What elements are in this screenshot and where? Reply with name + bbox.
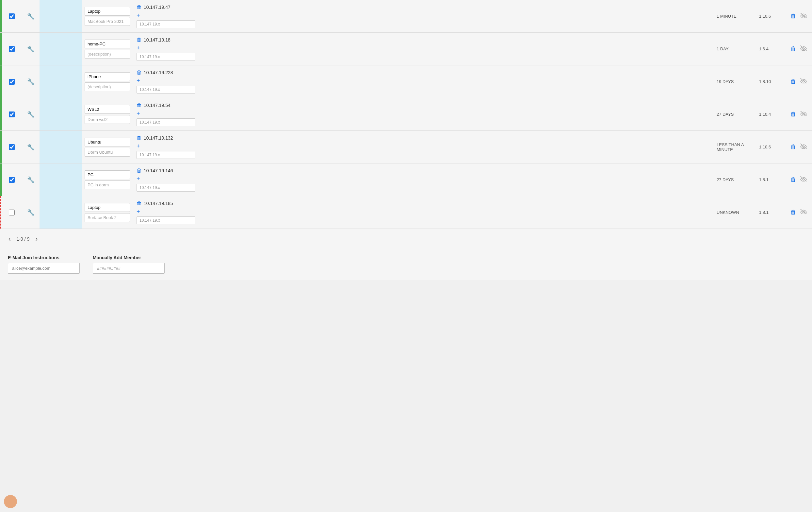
remove-ip-button[interactable]: 🗑 [137, 135, 142, 141]
remove-ip-button[interactable]: 🗑 [137, 37, 142, 43]
ip-address-text: 10.147.19.18 [144, 37, 171, 43]
device-avatar [39, 0, 82, 32]
manual-add-input[interactable] [93, 263, 165, 274]
add-ip-button[interactable]: + [137, 208, 710, 215]
device-info-cell [82, 163, 133, 196]
device-avatar [39, 196, 82, 228]
device-type-input[interactable] [85, 39, 130, 48]
delete-device-button[interactable]: 🗑 [790, 46, 796, 52]
email-join-input[interactable] [8, 263, 80, 274]
delete-device-button[interactable]: 🗑 [790, 111, 796, 118]
settings-button[interactable]: 🔧 [22, 65, 39, 98]
hide-device-button[interactable] [800, 143, 807, 151]
delete-device-button[interactable]: 🗑 [790, 143, 796, 151]
remove-ip-button[interactable]: 🗑 [137, 168, 142, 173]
device-description-input[interactable] [85, 50, 130, 58]
table-row: 🔧 🗑 10.147.19.228 + 19 DAYS 1.8.10 🗑 [0, 65, 812, 98]
ip-info-cell: 🗑 10.147.19.132 + [133, 131, 714, 163]
delete-device-button[interactable]: 🗑 [790, 209, 796, 216]
ip-address-text: 10.147.19.54 [144, 103, 171, 108]
hide-device-button[interactable] [800, 209, 807, 216]
wrench-icon: 🔧 [27, 111, 34, 118]
svg-point-6 [803, 211, 804, 213]
row-actions-cell: 🗑 [786, 0, 812, 32]
hide-device-button[interactable] [800, 78, 807, 85]
add-ip-button[interactable]: + [137, 12, 710, 19]
ip-info-cell: 🗑 10.147.19.47 + [133, 0, 714, 32]
ip-subnet-input[interactable] [137, 86, 195, 93]
row-checkbox[interactable] [9, 111, 15, 117]
device-description-input[interactable] [85, 82, 130, 91]
device-description-input[interactable] [85, 213, 130, 222]
ip-subnet-input[interactable] [137, 151, 195, 159]
settings-button[interactable]: 🔧 [22, 98, 39, 131]
svg-point-1 [803, 48, 804, 49]
table-row: 🔧 🗑 10.147.19.146 + 27 DAYS 1.8.1 🗑 [0, 163, 812, 196]
ip-info-cell: 🗑 10.147.19.228 + [133, 65, 714, 98]
device-type-input[interactable] [85, 138, 130, 146]
delete-device-button[interactable]: 🗑 [790, 78, 796, 85]
row-checkbox-cell [2, 33, 22, 65]
settings-button[interactable]: 🔧 [22, 163, 39, 196]
row-checkbox[interactable] [9, 144, 15, 150]
last-seen-text: LESS THAN A MINUTE [717, 142, 754, 152]
add-ip-button[interactable]: + [137, 143, 710, 150]
ip-info-cell: 🗑 10.147.19.18 + [133, 33, 714, 65]
hide-device-button[interactable] [800, 176, 807, 183]
row-checkbox[interactable] [9, 14, 15, 19]
remove-ip-button[interactable]: 🗑 [137, 4, 142, 10]
device-description-input[interactable] [85, 115, 130, 124]
page-wrapper: 🔧 🗑 10.147.19.47 + 1 MINUTE 1.10.6 🗑 [0, 0, 812, 512]
device-type-input[interactable] [85, 7, 130, 16]
row-actions-cell: 🗑 [786, 131, 812, 163]
device-type-input[interactable] [85, 72, 130, 81]
device-type-input[interactable] [85, 170, 130, 179]
prev-page-button[interactable]: ‹ [6, 235, 13, 243]
ip-subnet-input[interactable] [137, 118, 195, 126]
row-actions-cell: 🗑 [786, 163, 812, 196]
pagination-bar: ‹ 1-9 / 9 › [0, 229, 812, 248]
ip-subnet-input[interactable] [137, 53, 195, 61]
ip-subnet-input[interactable] [137, 184, 195, 192]
device-description-input[interactable] [85, 17, 130, 26]
ip-subnet-input[interactable] [137, 216, 195, 224]
remove-ip-button[interactable]: 🗑 [137, 200, 142, 206]
add-ip-button[interactable]: + [137, 78, 710, 84]
ip-subnet-input[interactable] [137, 20, 195, 28]
avatar [4, 495, 17, 508]
hide-device-button[interactable] [800, 46, 807, 52]
add-ip-button[interactable]: + [137, 176, 710, 183]
email-join-title: E-Mail Join Instructions [8, 255, 80, 260]
device-info-cell [82, 196, 133, 228]
remove-ip-button[interactable]: 🗑 [137, 70, 142, 76]
device-description-input[interactable] [85, 148, 130, 157]
table-row: 🔧 🗑 10.147.19.185 + UNKNOWN 1.8.1 🗑 [0, 196, 812, 229]
settings-button[interactable]: 🔧 [22, 196, 39, 228]
device-type-input[interactable] [85, 105, 130, 114]
add-ip-button[interactable]: + [137, 110, 710, 117]
ip-address-text: 10.147.19.185 [144, 201, 173, 206]
settings-button[interactable]: 🔧 [22, 33, 39, 65]
hide-device-button[interactable] [800, 111, 807, 118]
delete-device-button[interactable]: 🗑 [790, 176, 796, 183]
row-checkbox[interactable] [9, 46, 15, 52]
add-ip-button[interactable]: + [137, 45, 710, 52]
delete-device-button[interactable]: 🗑 [790, 13, 796, 20]
remove-ip-button[interactable]: 🗑 [137, 102, 142, 108]
settings-button[interactable]: 🔧 [22, 0, 39, 32]
ip-primary-row: 🗑 10.147.19.18 [137, 37, 710, 43]
table-row: 🔧 🗑 10.147.19.18 + 1 DAY 1.6.4 🗑 [0, 33, 812, 65]
next-page-button[interactable]: › [33, 235, 39, 243]
ip-address-text: 10.147.19.146 [144, 168, 173, 173]
device-info-cell [82, 33, 133, 65]
row-checkbox[interactable] [9, 79, 15, 85]
hide-device-button[interactable] [800, 13, 807, 20]
device-avatar [39, 65, 82, 98]
row-checkbox[interactable] [9, 210, 15, 215]
device-description-input[interactable] [85, 181, 130, 189]
last-seen-cell: 1 MINUTE [714, 0, 756, 32]
settings-button[interactable]: 🔧 [22, 131, 39, 163]
row-checkbox[interactable] [9, 177, 15, 183]
last-seen-cell: 27 DAYS [714, 163, 756, 196]
device-type-input[interactable] [85, 203, 130, 212]
